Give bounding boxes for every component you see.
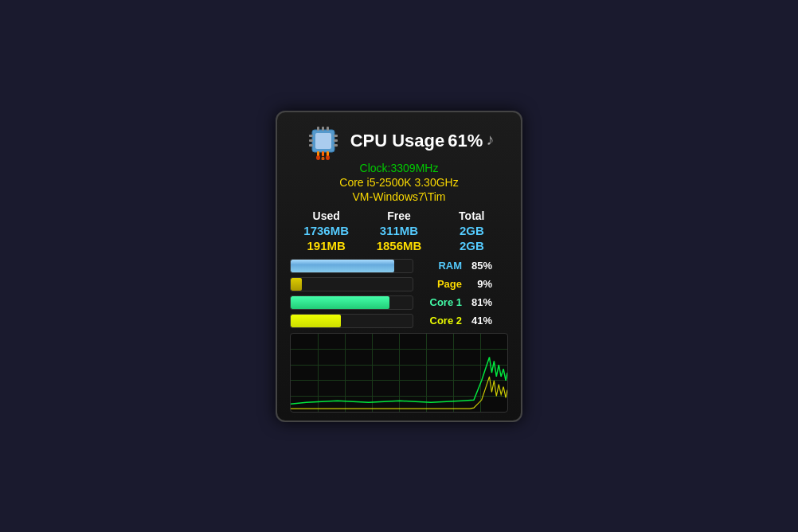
mem2-used: 191MB <box>290 239 362 252</box>
page-label: Page <box>418 278 462 290</box>
svg-point-9 <box>321 156 324 160</box>
cpu-widget: CPU Usage 61% ♪ Clock:3309MHz Core i5-25… <box>276 111 522 422</box>
title-area: CPU Usage 61% ♪ <box>350 131 495 151</box>
clock-value: 3309MHz <box>390 162 438 174</box>
core2-percent: 41% <box>467 315 492 327</box>
page-bar-container <box>290 277 413 291</box>
mem-row-1: 1736MB 311MB 2GB <box>290 224 508 237</box>
core-info: Core i5-2500K 3.30GHz <box>290 176 508 189</box>
mem1-total: 2GB <box>436 224 507 237</box>
svg-point-10 <box>326 155 330 160</box>
mem1-used: 1736MB <box>290 224 362 237</box>
svg-rect-13 <box>309 144 313 147</box>
vm-name: VM-Windows7\Tim <box>290 190 508 203</box>
mem1-free: 311MB <box>363 224 435 237</box>
cpu-icon <box>304 122 342 160</box>
core2-bar-fill <box>291 315 341 327</box>
ram-bar-fill <box>291 260 394 272</box>
svg-rect-11 <box>309 135 313 137</box>
svg-rect-6 <box>322 151 324 156</box>
core1-percent: 81% <box>467 296 492 308</box>
svg-rect-2 <box>317 127 319 131</box>
graph-area <box>290 333 508 413</box>
memory-table: Used Free Total 1736MB 311MB 2GB 191MB 1… <box>290 209 508 252</box>
ram-label: RAM <box>418 260 462 272</box>
mem-row-2: 191MB 1856MB 2GB <box>290 239 508 252</box>
music-icon: ♪ <box>486 131 494 149</box>
cpu-percent-value: 61% <box>448 131 483 151</box>
clock-label: Clock: <box>360 162 391 174</box>
svg-rect-12 <box>309 139 313 142</box>
core2-bar-container <box>290 314 413 328</box>
ram-percent: 85% <box>467 260 492 272</box>
col-used: Used <box>290 209 362 222</box>
svg-rect-4 <box>327 127 329 131</box>
header-section: CPU Usage 61% ♪ <box>290 122 508 160</box>
core1-bar-fill <box>291 296 389 309</box>
svg-rect-3 <box>322 127 324 131</box>
mem2-total: 2GB <box>436 239 507 252</box>
core2-label: Core 2 <box>418 315 462 327</box>
bar-ram: RAM 85% <box>290 259 508 273</box>
col-total: Total <box>436 209 507 222</box>
mem-table-header: Used Free Total <box>290 209 508 222</box>
core1-label: Core 1 <box>418 296 462 308</box>
page-percent: 9% <box>467 278 492 290</box>
bar-core1: Core 1 81% <box>290 295 508 310</box>
bar-page: Page 9% <box>290 277 508 291</box>
svg-rect-1 <box>315 133 331 149</box>
bar-core2: Core 2 41% <box>290 314 508 328</box>
ram-bar-container <box>290 259 413 273</box>
col-free: Free <box>363 209 435 222</box>
svg-rect-15 <box>334 139 338 142</box>
page-bar-fill <box>291 278 302 291</box>
svg-rect-14 <box>334 135 338 137</box>
mem2-free: 1856MB <box>363 239 435 252</box>
cpu-usage-label: CPU Usage <box>350 131 445 151</box>
svg-rect-16 <box>334 144 338 147</box>
core1-bar-container <box>290 295 413 310</box>
svg-point-8 <box>316 155 320 160</box>
graph-svg <box>291 334 507 412</box>
clock-line: Clock:3309MHz <box>290 162 508 174</box>
bars-section: RAM 85% Page 9% Core 1 81% Core 2 41% <box>290 259 508 328</box>
